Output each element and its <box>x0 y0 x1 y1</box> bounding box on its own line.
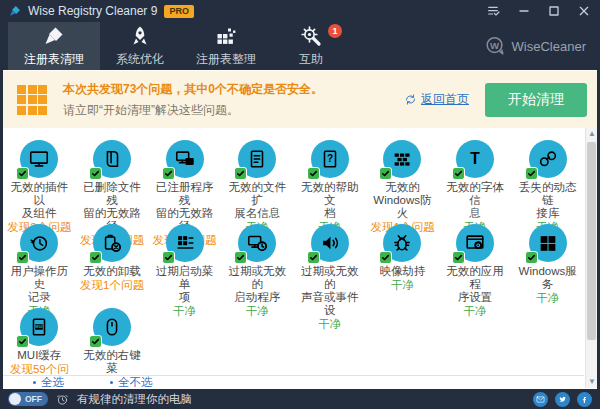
category-label: 无效的文件扩 展名信息 <box>223 181 292 220</box>
registry-category-item[interactable]: ? 无效的帮助文 档 干净 <box>294 140 367 224</box>
mail-icon[interactable] <box>533 392 548 407</box>
registry-category-item[interactable]: 无效的右键菜 单项 <box>76 308 149 375</box>
alarm-clock-icon <box>56 393 69 406</box>
category-status: 干净 <box>513 292 582 305</box>
category-label: 无效的字体信 息 <box>441 181 510 220</box>
minimize-icon[interactable] <box>516 3 532 19</box>
bullet-icon <box>110 381 113 384</box>
registry-category-item[interactable]: 丢失的动态链 接库 干净 <box>511 140 584 224</box>
check-badge-icon[interactable] <box>234 167 247 180</box>
scroll-down-arrow[interactable]: ▼ <box>586 376 598 388</box>
check-badge-icon[interactable] <box>89 335 102 348</box>
tab-registry-defrag[interactable]: 注册表整理 <box>180 22 272 70</box>
category-icon <box>311 224 349 262</box>
select-none-link[interactable]: 全不选 <box>110 375 153 390</box>
category-label: 无效的应用程 序设置 <box>441 265 510 304</box>
registry-category-item[interactable]: 无效的文件扩 展名信息 干净 <box>221 140 294 224</box>
check-badge-icon[interactable] <box>162 251 175 264</box>
app-logo-icon <box>8 4 22 18</box>
check-badge-icon[interactable] <box>234 251 247 264</box>
category-icon <box>529 224 567 262</box>
tab-label: 系统优化 <box>116 51 164 68</box>
check-badge-icon[interactable] <box>89 251 102 264</box>
facebook-icon[interactable] <box>577 392 592 407</box>
category-status: 干净 <box>368 279 437 292</box>
check-badge-icon[interactable] <box>16 335 29 348</box>
tab-label: 注册表清理 <box>24 51 84 68</box>
window-controls <box>486 3 592 19</box>
check-badge-icon[interactable] <box>16 251 29 264</box>
category-icon <box>20 140 58 178</box>
social-buttons <box>533 392 592 407</box>
check-badge-icon[interactable] <box>162 167 175 180</box>
check-badge-icon[interactable] <box>307 251 320 264</box>
category-icon <box>238 140 276 178</box>
scrollbar-thumb[interactable] <box>587 142 596 340</box>
category-icon <box>166 140 204 178</box>
check-badge-icon[interactable] <box>379 251 392 264</box>
check-badge-icon[interactable] <box>452 251 465 264</box>
tab-help[interactable]: 互助 1 <box>272 22 350 70</box>
category-label: MUI缓存 <box>5 349 74 362</box>
category-icon: T <box>456 140 494 178</box>
registry-category-item[interactable]: 已删除文件残 留的无效路径 发现4个问题 <box>76 140 149 224</box>
registry-category-item[interactable]: 过期或无效的 声音或事件设 干净 <box>294 224 367 308</box>
back-home-link[interactable]: 返回首页 <box>404 91 469 108</box>
scan-result-banner: 本次共发现73个问题，其中0个不确定是否安全。 请立即“开始清理”解决这些问题。… <box>3 70 597 128</box>
check-badge-icon[interactable] <box>307 167 320 180</box>
tab-system-tuneup[interactable]: 系统优化 <box>100 22 180 70</box>
category-label: 过期或无效的 启动程序 <box>223 265 292 304</box>
registry-category-item[interactable]: 用户操作历史 记录 干净 <box>3 224 76 308</box>
category-label: 丢失的动态链 接库 <box>513 181 582 220</box>
registry-category-item[interactable]: 无效的插件以 及组件 发现2个问题 <box>3 140 76 224</box>
window-menu-icon[interactable] <box>486 3 502 19</box>
tab-registry-cleaner[interactable]: 注册表清理 <box>8 22 100 70</box>
registry-category-item[interactable]: T 无效的字体信 息 干净 <box>439 140 512 224</box>
category-label: 映像劫持 <box>368 265 437 278</box>
category-label: 无效的右键菜 单项 <box>78 349 147 375</box>
category-label: 无效的 Windows防火 <box>368 181 437 220</box>
registry-category-item[interactable]: 已注册程序残 留的无效路径 发现6个问题 <box>148 140 221 224</box>
category-status: 干净 <box>441 305 510 318</box>
registry-category-item[interactable]: 过期启动菜单 项 干净 <box>148 224 221 308</box>
schedule-toggle[interactable]: OFF <box>8 392 48 406</box>
check-badge-icon[interactable] <box>16 167 29 180</box>
select-all-label: 全选 <box>41 375 64 390</box>
registry-category-item[interactable]: MUI MUI缓存 发现59个问题 <box>3 308 76 375</box>
category-icon <box>383 140 421 178</box>
category-icon <box>166 224 204 262</box>
category-icon <box>238 224 276 262</box>
start-cleaning-button[interactable]: 开始清理 <box>485 83 587 117</box>
maximize-icon[interactable] <box>546 3 562 19</box>
check-badge-icon[interactable] <box>525 167 538 180</box>
category-icon <box>93 224 131 262</box>
check-badge-icon[interactable] <box>525 251 538 264</box>
check-badge-icon[interactable] <box>379 167 392 180</box>
check-badge-icon[interactable] <box>452 167 465 180</box>
category-icon <box>93 140 131 178</box>
app-window: Wise Registry Cleaner 9 PRO 注册表清理 系统优化 注… <box>0 0 600 409</box>
window-title: Wise Registry Cleaner 9 <box>28 4 157 18</box>
registry-category-item[interactable]: Windows服务 干净 <box>511 224 584 308</box>
category-label: Windows服务 <box>513 265 582 291</box>
twitter-icon[interactable] <box>555 392 570 407</box>
brand-text: WiseCleaner <box>512 39 586 54</box>
vertical-scrollbar[interactable]: ▲ ▼ <box>585 128 597 388</box>
registry-category-item[interactable]: 无效的应用程 序设置 干净 <box>439 224 512 308</box>
wisecleaner-logo-icon: W <box>484 35 506 57</box>
rocket-icon <box>128 24 152 48</box>
registry-category-item[interactable]: 过期或无效的 启动程序 干净 <box>221 224 294 308</box>
category-label: 用户操作历史 记录 <box>5 265 74 304</box>
category-icon <box>456 224 494 262</box>
scroll-up-arrow[interactable]: ▲ <box>586 128 598 140</box>
registry-category-item[interactable]: 映像劫持 干净 <box>366 224 439 308</box>
select-all-link[interactable]: 全选 <box>33 375 64 390</box>
close-icon[interactable] <box>576 3 592 19</box>
issues-grid-icon <box>17 85 47 115</box>
category-status: 干净 <box>150 305 219 318</box>
registry-category-item[interactable]: 无效的 Windows防火 发现1个问题 <box>366 140 439 224</box>
toggle-state-label: OFF <box>25 393 42 405</box>
category-label: 无效的帮助文 档 <box>296 181 365 220</box>
registry-category-item[interactable]: 无效的卸载 发现1个问题 <box>76 224 149 308</box>
check-badge-icon[interactable] <box>89 167 102 180</box>
